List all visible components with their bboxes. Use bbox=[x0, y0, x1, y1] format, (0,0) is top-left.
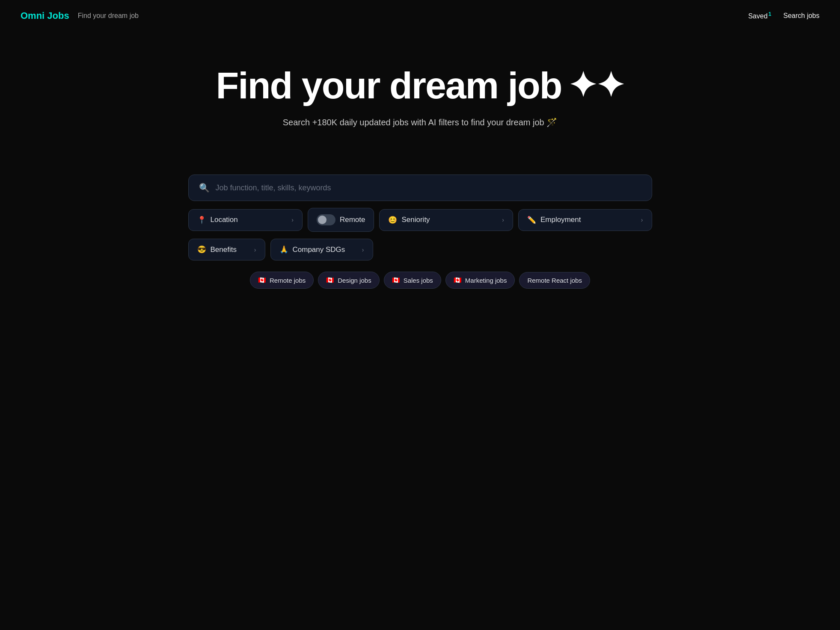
benefits-chevron-icon: › bbox=[254, 246, 256, 253]
marketing-jobs-flag-icon: 🇨🇦 bbox=[454, 276, 462, 284]
saved-count-badge: 1 bbox=[769, 11, 772, 17]
quick-link-marketing-jobs[interactable]: 🇨🇦 Marketing jobs bbox=[445, 272, 515, 289]
search-area: 🔍 📍 Location › Remote 😊 Seniority › ✏️ E… bbox=[168, 175, 673, 289]
company-sdgs-filter-button[interactable]: 🙏 Company SDGs › bbox=[270, 239, 373, 260]
location-icon: 📍 bbox=[197, 216, 206, 225]
quick-link-remote-jobs[interactable]: 🇨🇦 Remote jobs bbox=[250, 272, 314, 289]
remote-label: Remote bbox=[340, 216, 365, 224]
hero-title: Find your dream job ✦✦ bbox=[216, 66, 624, 105]
quick-links: 🇨🇦 Remote jobs 🇨🇦 Design jobs 🇨🇦 Sales j… bbox=[188, 272, 652, 289]
remote-jobs-label: Remote jobs bbox=[270, 277, 306, 284]
location-label: Location bbox=[211, 216, 238, 224]
design-jobs-flag-icon: 🇨🇦 bbox=[326, 276, 334, 284]
remote-jobs-flag-icon: 🇨🇦 bbox=[258, 276, 266, 284]
seniority-label: Seniority bbox=[401, 216, 430, 224]
sdgs-chevron-icon: › bbox=[362, 246, 364, 253]
seniority-filter-button[interactable]: 😊 Seniority › bbox=[379, 209, 513, 231]
quick-link-design-jobs[interactable]: 🇨🇦 Design jobs bbox=[318, 272, 379, 289]
navbar: Omni Jobs Find your dream job Saved1 Sea… bbox=[0, 0, 840, 32]
remote-toggle[interactable] bbox=[317, 214, 335, 225]
nav-left: Omni Jobs Find your dream job bbox=[21, 10, 139, 21]
search-input[interactable] bbox=[216, 183, 641, 192]
employment-filter-button[interactable]: ✏️ Employment › bbox=[518, 209, 652, 231]
employment-chevron-icon: › bbox=[641, 216, 643, 223]
hero-section: Find your dream job ✦✦ Search +180K dail… bbox=[0, 32, 840, 153]
sparkle-icon: ✦✦ bbox=[568, 68, 624, 104]
react-jobs-label: Remote React jobs bbox=[527, 277, 582, 284]
sdgs-icon: 🙏 bbox=[279, 245, 288, 254]
toggle-knob bbox=[318, 216, 327, 224]
location-filter-button[interactable]: 📍 Location › bbox=[188, 209, 303, 231]
quick-link-sales-jobs[interactable]: 🇨🇦 Sales jobs bbox=[384, 272, 441, 289]
employment-label: Employment bbox=[540, 216, 581, 224]
employment-icon: ✏️ bbox=[527, 216, 536, 225]
quick-link-react-jobs[interactable]: Remote React jobs bbox=[519, 272, 590, 289]
sdgs-label: Company SDGs bbox=[293, 245, 345, 254]
hero-subtitle: Search +180K daily updated jobs with AI … bbox=[283, 117, 557, 127]
search-jobs-link[interactable]: Search jobs bbox=[784, 12, 820, 20]
nav-logo[interactable]: Omni Jobs bbox=[21, 10, 69, 21]
saved-link[interactable]: Saved1 bbox=[748, 11, 771, 20]
design-jobs-label: Design jobs bbox=[338, 277, 371, 284]
benefits-label: Benefits bbox=[211, 245, 237, 254]
seniority-chevron-icon: › bbox=[502, 216, 504, 223]
location-chevron-icon: › bbox=[291, 216, 294, 223]
filter-row-2: 😎 Benefits › 🙏 Company SDGs › bbox=[188, 239, 652, 260]
remote-toggle-wrapper[interactable]: Remote bbox=[308, 208, 374, 232]
seniority-icon: 😊 bbox=[388, 216, 397, 225]
search-bar: 🔍 bbox=[188, 175, 652, 201]
nav-tagline: Find your dream job bbox=[78, 12, 139, 20]
benefits-filter-button[interactable]: 😎 Benefits › bbox=[188, 239, 265, 260]
nav-right: Saved1 Search jobs bbox=[748, 11, 819, 20]
filter-row-1: 📍 Location › Remote 😊 Seniority › ✏️ Emp… bbox=[188, 208, 652, 232]
marketing-jobs-label: Marketing jobs bbox=[465, 277, 507, 284]
sales-jobs-label: Sales jobs bbox=[404, 277, 433, 284]
benefits-icon: 😎 bbox=[197, 245, 206, 254]
sales-jobs-flag-icon: 🇨🇦 bbox=[392, 276, 400, 284]
search-icon: 🔍 bbox=[199, 183, 210, 193]
